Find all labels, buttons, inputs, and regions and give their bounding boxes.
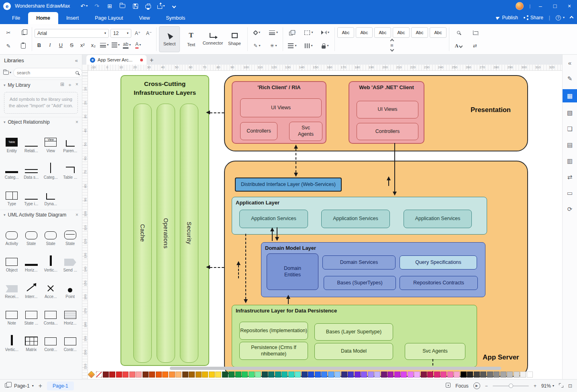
- domain-entities-box[interactable]: Domain Entities: [267, 253, 318, 290]
- style-sample[interactable]: Abc: [356, 27, 373, 38]
- distributed-interface-box[interactable]: Distributed Interface Layer (Web-Service…: [235, 178, 342, 192]
- paste-button[interactable]: [18, 41, 28, 50]
- application-services-box[interactable]: Application Services: [239, 210, 308, 228]
- color-swatch[interactable]: [527, 372, 533, 378]
- fill-color-button[interactable]: ▾: [254, 31, 260, 35]
- color-swatch[interactable]: [116, 372, 122, 378]
- svc-agents-box[interactable]: Svc Agents: [405, 343, 465, 360]
- color-swatch[interactable]: [143, 372, 149, 378]
- color-swatch[interactable]: [447, 372, 453, 378]
- color-swatch[interactable]: [235, 372, 241, 378]
- close-section-icon[interactable]: ×: [75, 212, 78, 218]
- library-item[interactable]: Send ...: [61, 248, 80, 274]
- color-swatch[interactable]: [308, 372, 314, 378]
- group-button[interactable]: ▾: [304, 31, 313, 35]
- style-sample[interactable]: Abc: [374, 27, 391, 38]
- replace-shape-button[interactable]: ⇄: [473, 43, 477, 49]
- library-item[interactable]: Activity: [2, 221, 22, 247]
- color-swatch[interactable]: [242, 372, 248, 378]
- library-item[interactable]: Interr...: [22, 274, 41, 300]
- style-sample[interactable]: Abc: [411, 27, 428, 38]
- style-transfer-button[interactable]: A: [455, 43, 463, 49]
- increase-font-button[interactable]: A⁺: [133, 29, 143, 38]
- zoom-level[interactable]: 91%▾: [541, 383, 554, 389]
- bring-forward-button[interactable]: ▾: [289, 30, 296, 35]
- font-size-select[interactable]: 12▾: [110, 29, 131, 38]
- ui-views-box[interactable]: UI Views: [240, 98, 322, 117]
- superscript-button[interactable]: x²: [78, 41, 87, 49]
- library-item[interactable]: Horiz...: [61, 301, 80, 327]
- application-services-box[interactable]: Application Services: [321, 210, 390, 228]
- color-swatch[interactable]: [394, 372, 400, 378]
- tab-home[interactable]: Home: [28, 12, 58, 24]
- help-button[interactable]: ?▾: [556, 15, 565, 20]
- color-swatch[interactable]: [374, 372, 380, 378]
- document-tab[interactable]: e App Server Arc...: [86, 55, 147, 65]
- gallery-more-icon[interactable]: ▦: [390, 43, 394, 47]
- connector-line[interactable]: [238, 265, 239, 278]
- history-icon[interactable]: ⟳: [563, 204, 577, 215]
- library-item[interactable]: Vertic...: [2, 327, 22, 353]
- svc-agents-box[interactable]: Svc Agents: [289, 122, 322, 141]
- style-sample[interactable]: Abc: [337, 27, 354, 38]
- color-swatch[interactable]: [302, 372, 308, 378]
- library-item[interactable]: Vertic...: [41, 248, 61, 274]
- repositories-implementation-box[interactable]: Repositorles (Implementation): [239, 322, 308, 340]
- format-painter-button[interactable]: ✎: [4, 41, 13, 50]
- library-item[interactable]: Contr...: [41, 327, 61, 353]
- controllers-box[interactable]: Controllers: [357, 123, 418, 140]
- save-button[interactable]: [131, 2, 140, 10]
- new-tab-button[interactable]: +: [150, 57, 153, 65]
- library-item[interactable]: State ...: [22, 301, 41, 327]
- undo-button[interactable]: ↶▾: [80, 2, 88, 10]
- color-swatch[interactable]: [196, 372, 202, 378]
- maximize-button[interactable]: □: [550, 2, 559, 10]
- decrease-font-button[interactable]: A⁻: [144, 29, 154, 38]
- library-item[interactable]: Paren...: [61, 129, 80, 154]
- focus-label[interactable]: Focus: [455, 383, 469, 389]
- library-item[interactable]: Conta...: [41, 301, 61, 327]
- zoom-slider[interactable]: [493, 386, 529, 386]
- cross-cutting-container[interactable]: Cross-Cutting Infrastructure Layers Cach…: [120, 75, 209, 366]
- repositories-contracts-box[interactable]: Repositories Contracts: [400, 276, 478, 290]
- infrastructure-layer[interactable]: Infrastructure Layer for Data Persistenc…: [232, 305, 477, 367]
- presentation-container[interactable]: Presentation 'Rich Client' / RIA UI View…: [224, 75, 528, 151]
- color-swatch[interactable]: [182, 372, 188, 378]
- library-item[interactable]: Categ...: [2, 155, 22, 181]
- color-swatch[interactable]: [361, 372, 367, 378]
- web-client-container[interactable]: Web 'ASP .NET' Client UI Views Controlle…: [349, 81, 424, 144]
- library-item[interactable]: Note: [2, 301, 22, 327]
- cache-bar[interactable]: Cache: [133, 104, 152, 363]
- library-item[interactable]: Type i...: [22, 182, 41, 207]
- color-swatch[interactable]: [355, 372, 361, 378]
- presentation-icon[interactable]: ▭: [563, 188, 577, 199]
- print-button[interactable]: [144, 2, 153, 10]
- color-swatch[interactable]: [162, 372, 168, 378]
- present-button[interactable]: ▶: [473, 382, 480, 389]
- color-swatch[interactable]: [461, 372, 467, 378]
- color-swatch[interactable]: [381, 372, 387, 378]
- search-input[interactable]: [17, 70, 74, 75]
- app-server-container[interactable]: App Server Distributed Interface Layer (…: [224, 161, 528, 377]
- export-button[interactable]: ▾: [157, 2, 165, 10]
- color-swatch[interactable]: [467, 372, 473, 378]
- library-item[interactable]: Dyna...: [41, 182, 61, 207]
- color-swatch[interactable]: [414, 372, 420, 378]
- color-swatch[interactable]: [334, 372, 340, 378]
- color-swatch[interactable]: [500, 372, 506, 378]
- redo-button[interactable]: ↷: [92, 2, 101, 10]
- tab-symbols[interactable]: Symbols: [158, 12, 193, 24]
- focus-button[interactable]: [446, 383, 451, 389]
- color-swatch[interactable]: [401, 372, 407, 378]
- connector-tool[interactable]: Connector: [202, 26, 223, 52]
- color-swatch[interactable]: [249, 372, 255, 378]
- color-swatch[interactable]: [96, 372, 102, 378]
- canvas[interactable]: Cross-Cutting Infrastructure Layers Cach…: [88, 71, 562, 379]
- color-swatch[interactable]: [149, 372, 155, 378]
- connector-line[interactable]: [288, 299, 289, 304]
- security-bar[interactable]: Security: [180, 104, 198, 363]
- line-spacing-button[interactable]: ▾: [100, 41, 109, 49]
- color-swatch[interactable]: [315, 372, 321, 378]
- color-swatch[interactable]: [281, 372, 287, 378]
- format-paint-icon[interactable]: ✎: [563, 73, 577, 84]
